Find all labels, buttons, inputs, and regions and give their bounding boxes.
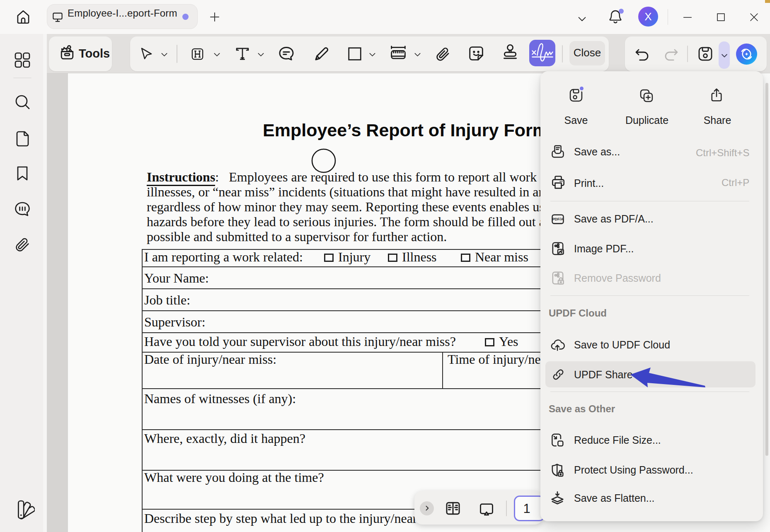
- svg-text:PDF/A: PDF/A: [552, 217, 564, 221]
